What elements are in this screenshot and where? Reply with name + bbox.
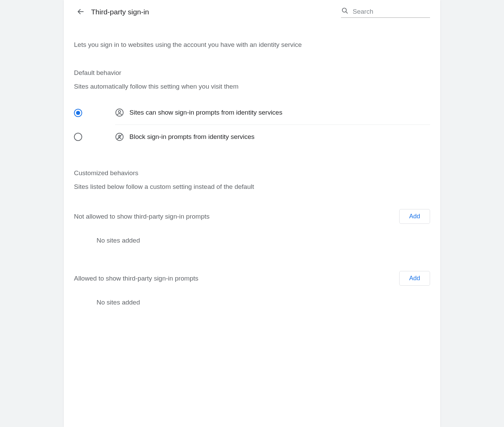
not-allowed-list: Not allowed to show third-party sign-in … xyxy=(74,204,430,253)
svg-point-1 xyxy=(342,8,346,12)
allowed-empty: No sites added xyxy=(74,290,430,314)
allowed-list: Allowed to show third-party sign-in prom… xyxy=(74,266,430,314)
search-input[interactable] xyxy=(352,8,430,16)
option-allow-row[interactable]: Sites can show sign-in prompts from iden… xyxy=(74,101,430,125)
settings-card: Third-party sign-in Lets you sign in to … xyxy=(64,0,440,427)
content: Lets you sign in to websites using the a… xyxy=(64,41,440,314)
allowed-head: Allowed to show third-party sign-in prom… xyxy=(74,266,430,290)
option-block-row[interactable]: Block sign-in prompts from identity serv… xyxy=(74,125,430,149)
option-allow-label: Sites can show sign-in prompts from iden… xyxy=(129,109,282,116)
allowed-label: Allowed to show third-party sign-in prom… xyxy=(74,275,198,282)
not-allowed-label: Not allowed to show third-party sign-in … xyxy=(74,213,210,220)
search-icon xyxy=(341,7,352,16)
add-not-allowed-button[interactable]: Add xyxy=(399,209,430,224)
default-behavior-options: Sites can show sign-in prompts from iden… xyxy=(74,101,430,149)
arrow-left-icon xyxy=(77,8,85,17)
radio-allow[interactable] xyxy=(74,109,82,117)
not-allowed-empty: No sites added xyxy=(74,229,430,253)
default-behavior-subtext: Sites automatically follow this setting … xyxy=(74,83,430,90)
block-person-icon xyxy=(115,132,124,141)
page-title: Third-party sign-in xyxy=(91,8,149,16)
svg-point-4 xyxy=(118,111,121,113)
not-allowed-head: Not allowed to show third-party sign-in … xyxy=(74,204,430,229)
option-block-label: Block sign-in prompts from identity serv… xyxy=(129,133,254,141)
person-circle-icon xyxy=(115,108,124,117)
header: Third-party sign-in xyxy=(64,0,440,21)
default-behavior-heading: Default behavior xyxy=(74,69,430,77)
add-allowed-button[interactable]: Add xyxy=(399,271,430,286)
back-button[interactable] xyxy=(74,5,88,19)
customized-heading: Customized behaviors xyxy=(74,169,430,177)
radio-block[interactable] xyxy=(74,133,82,141)
customized-subtext: Sites listed below follow a custom setti… xyxy=(74,183,430,191)
page-description: Lets you sign in to websites using the a… xyxy=(74,41,430,49)
search-field[interactable] xyxy=(341,6,430,18)
svg-line-2 xyxy=(346,12,348,13)
